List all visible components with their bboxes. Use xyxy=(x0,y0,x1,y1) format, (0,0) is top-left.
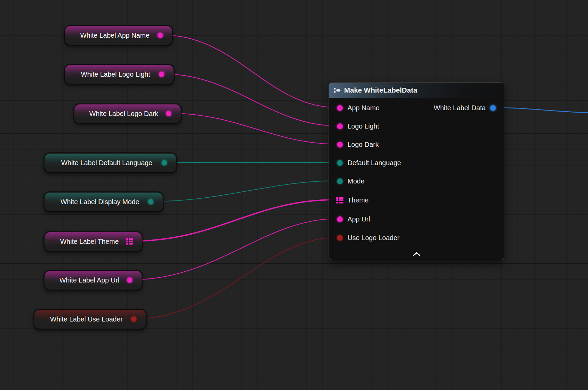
pin-row-logo-light: Logo Light xyxy=(337,121,379,131)
pin-label: Use Logo Loader xyxy=(348,234,399,242)
node-label: White Label Default Language xyxy=(53,159,168,167)
string-output-pin[interactable] xyxy=(166,111,171,116)
wire-white-label-data[interactable] xyxy=(494,108,588,113)
node-make-whitelabeldata[interactable]: Make WhiteLabelData App Name Logo Light … xyxy=(329,82,504,260)
pin-label: Mode xyxy=(348,177,364,185)
node-title-bar[interactable]: Make WhiteLabelData xyxy=(329,83,504,98)
pin-row-white-label-data: White Label Data xyxy=(434,103,496,113)
map-output-pin[interactable] xyxy=(126,238,134,245)
wire-logo-light[interactable] xyxy=(163,74,337,126)
pin-label: Logo Light xyxy=(348,122,379,130)
pin-label: App Name xyxy=(348,104,380,112)
enum-output-pin[interactable] xyxy=(162,160,167,165)
input-pin-app-name[interactable] xyxy=(337,105,343,111)
string-output-pin[interactable] xyxy=(159,72,164,77)
node-get-white-label-app-url[interactable]: White Label App Url xyxy=(44,270,142,290)
bool-output-pin[interactable] xyxy=(131,316,136,322)
pin-row-app-url: App Url xyxy=(337,214,370,224)
node-get-white-label-default-language[interactable]: White Label Default Language xyxy=(44,153,177,173)
pin-row-default-language: Default Language xyxy=(337,158,401,168)
make-struct-icon xyxy=(334,87,341,93)
pin-row-app-name: App Name xyxy=(337,103,380,113)
pin-label: Logo Dark xyxy=(348,141,379,149)
node-label: White Label App Name xyxy=(72,32,165,39)
node-label: White Label App Url xyxy=(51,276,135,284)
pin-label: App Url xyxy=(348,215,370,223)
input-pin-app-url[interactable] xyxy=(337,216,343,222)
input-pin-logo-dark[interactable] xyxy=(337,142,343,148)
node-get-white-label-logo-light[interactable]: White Label Logo Light xyxy=(64,64,174,84)
input-pin-use-logo-loader[interactable] xyxy=(337,235,343,241)
wire-logo-dark[interactable] xyxy=(170,113,337,144)
blueprint-graph-canvas[interactable]: White Label App Name White Label Logo Li… xyxy=(0,0,588,390)
node-label: White Label Display Mode xyxy=(52,198,155,206)
node-get-white-label-app-name[interactable]: White Label App Name xyxy=(64,25,173,45)
pin-row-use-logo-loader: Use Logo Loader xyxy=(337,233,399,242)
string-output-pin[interactable] xyxy=(127,277,132,283)
enum-output-pin[interactable] xyxy=(148,199,153,204)
input-pin-mode[interactable] xyxy=(337,178,343,184)
wire-app-url[interactable] xyxy=(131,219,337,280)
pin-row-theme: Theme xyxy=(336,195,369,205)
node-get-white-label-logo-dark[interactable]: White Label Logo Dark xyxy=(74,104,181,123)
input-pin-logo-light[interactable] xyxy=(337,123,343,129)
node-get-white-label-theme[interactable]: White Label Theme xyxy=(44,232,142,251)
pin-label: Default Language xyxy=(348,159,401,167)
node-label: White Label Logo Light xyxy=(73,71,166,78)
node-get-white-label-use-loader[interactable]: White Label Use Loader xyxy=(34,309,146,329)
pin-row-logo-dark: Logo Dark xyxy=(337,140,379,149)
node-label: White Label Theme xyxy=(52,238,134,246)
wire-mode[interactable] xyxy=(152,181,337,201)
wire-use-loader[interactable] xyxy=(135,237,337,319)
string-output-pin[interactable] xyxy=(158,33,163,38)
input-pin-default-language[interactable] xyxy=(337,160,343,166)
node-get-white-label-display-mode[interactable]: White Label Display Mode xyxy=(44,192,163,212)
node-title: Make WhiteLabelData xyxy=(344,86,417,94)
pin-label: Theme xyxy=(348,196,369,204)
input-pin-theme[interactable] xyxy=(336,197,344,203)
collapse-chevron-icon[interactable] xyxy=(411,251,423,257)
wire-app-name[interactable] xyxy=(162,35,337,108)
node-label: White Label Logo Dark xyxy=(81,110,174,118)
pin-row-mode: Mode xyxy=(337,176,364,186)
node-label: White Label Use Loader xyxy=(42,315,139,323)
output-pin-white-label-data[interactable] xyxy=(490,105,496,111)
pin-label: White Label Data xyxy=(434,104,486,112)
